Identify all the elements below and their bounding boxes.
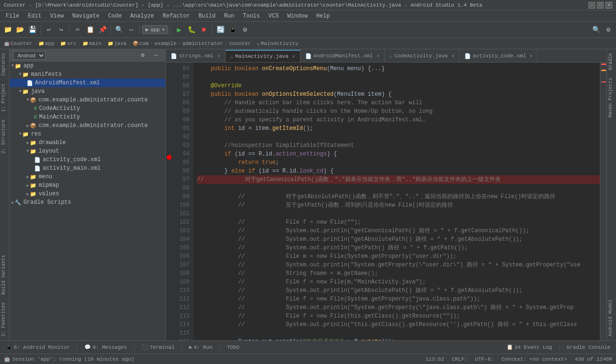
- tree-gradle-scripts[interactable]: ▶ 🔧 Gradle Scripts: [9, 198, 165, 207]
- tab-activity-code-xml-close[interactable]: ✕: [530, 53, 533, 59]
- menu-vcs[interactable]: VCS: [265, 12, 283, 20]
- menu-run[interactable]: Run: [220, 12, 238, 20]
- breadcrumb-src[interactable]: src: [67, 41, 76, 46]
- breadcrumb-counter[interactable]: Counter: [10, 41, 32, 46]
- toolbar-undo[interactable]: ↩: [43, 24, 54, 36]
- tab-codeactivity-close[interactable]: ✕: [452, 53, 454, 59]
- minimize-button[interactable]: ─: [589, 2, 595, 9]
- tree-activity-code[interactable]: 📄 activity_code.xml: [9, 155, 165, 164]
- menu-view[interactable]: View: [46, 12, 68, 20]
- tab-androidmanifest[interactable]: 📄 AndroidManifest.xml ✕: [300, 50, 385, 62]
- toolbar-debug[interactable]: 🐛: [186, 24, 197, 36]
- activity-code-xml-icon: 📄: [464, 53, 471, 59]
- tree-package-1[interactable]: ▼ 📦 com.example.administrator.counte: [9, 96, 165, 104]
- terminal-btn[interactable]: ⬛ Terminal: [140, 343, 177, 351]
- app-dropdown[interactable]: ▶ app ▾: [142, 25, 168, 34]
- tree-menu[interactable]: ▶ 📁 menu: [9, 173, 165, 181]
- tree-layout[interactable]: ▼ 📁 layout: [9, 147, 165, 155]
- menu-navigate[interactable]: Navigate: [68, 12, 103, 20]
- breadcrumb-mainactivity[interactable]: MainActivity: [261, 41, 298, 46]
- project-panel-tab[interactable]: 1: Project: [0, 80, 9, 116]
- event-log-btn[interactable]: 📋 34 Event Log: [505, 343, 554, 351]
- toolbar-avd[interactable]: 📱: [227, 24, 238, 36]
- menu-window[interactable]: Window: [283, 12, 311, 20]
- gradle-console-btn[interactable]: Gradle Console: [565, 344, 612, 351]
- breadcrumb-administrator[interactable]: administrator: [182, 41, 223, 46]
- tree-package-2[interactable]: ▶ 📦 com.example.administrator.counte: [9, 121, 165, 130]
- tree-androidmanifest[interactable]: 📄 AndroidManifest.xml: [9, 79, 165, 87]
- menu-refactor[interactable]: Refactor: [159, 12, 194, 20]
- android-monitor-btn[interactable]: 📱 6: Android Monitor: [4, 343, 72, 351]
- structure-panel-tab[interactable]: 2: Structure: [0, 116, 9, 157]
- maven-projects-tab[interactable]: Maven Projects: [607, 74, 616, 121]
- panel-settings-icon[interactable]: ⚙: [137, 50, 148, 61]
- menu-tools[interactable]: Tools: [239, 12, 264, 20]
- tree-activity-main[interactable]: 📄 activity_main.xml: [9, 164, 165, 173]
- captures-panel[interactable]: Captures: [0, 49, 9, 80]
- breadcrumb-main[interactable]: main: [89, 41, 101, 46]
- messages-btn[interactable]: 💬 0: Messages: [82, 343, 129, 351]
- tree-app[interactable]: ▼ 📁 app: [9, 62, 165, 70]
- maximize-button[interactable]: □: [597, 2, 604, 9]
- breakpoint-indicator[interactable]: [167, 155, 172, 160]
- close-button[interactable]: ✕: [606, 2, 612, 9]
- favorites-tab[interactable]: 2: Favorites: [0, 299, 9, 340]
- toolbar-sdk[interactable]: ⚙: [239, 24, 251, 36]
- project-panel: Android Project ⚙ ─ ▼ 📁 app ▼ 📁 manifest: [9, 49, 166, 340]
- toolbar-copy[interactable]: 📋: [84, 24, 96, 36]
- toolbar-cut[interactable]: ✂: [72, 24, 83, 36]
- breadcrumb-src-icon: 📁: [60, 41, 66, 46]
- toolbar-new[interactable]: 📁: [2, 24, 13, 36]
- menu-analyze[interactable]: Analyze: [127, 12, 158, 20]
- tree-manifests[interactable]: ▼ 📁 manifests: [9, 70, 165, 79]
- build-variants-tab[interactable]: Build Variants: [0, 251, 9, 299]
- tab-activity-code-xml[interactable]: 📄 activity_code.xml ✕: [460, 50, 538, 62]
- code-content[interactable]: public boolean onCreateOptionsMenu(Menu …: [193, 63, 600, 340]
- run-btn[interactable]: ▶ 4: Run: [187, 343, 214, 351]
- tree-mipmap[interactable]: ▶ 📁 mipmap: [9, 181, 165, 190]
- tab-strings-xml[interactable]: 📄 strings.xml ✕: [166, 50, 226, 62]
- toolbar-find[interactable]: 🔍: [113, 24, 125, 36]
- menu-edit[interactable]: Edit: [24, 12, 45, 20]
- panel-collapse-icon[interactable]: ─: [150, 50, 162, 61]
- menu-help[interactable]: Help: [312, 12, 334, 20]
- toolbar-stop[interactable]: ■: [198, 24, 209, 36]
- todo-btn[interactable]: TODO: [225, 344, 241, 351]
- tree-drawable[interactable]: ▶ 📁 drawable: [9, 138, 165, 147]
- menu-file[interactable]: File: [2, 12, 23, 20]
- toolbar-redo[interactable]: ↪: [55, 24, 67, 36]
- tree-values[interactable]: ▶ 📁 values: [9, 190, 165, 198]
- breadcrumb-example[interactable]: example: [154, 41, 176, 46]
- toolbar-run[interactable]: ▶: [173, 24, 185, 36]
- tab-mainactivity-java[interactable]: ☕ MainActivity.java ✕: [226, 50, 300, 62]
- gradle-tab[interactable]: Gradle: [607, 49, 616, 74]
- cursor-position: 113:62: [426, 356, 444, 362]
- editor-scrollbar[interactable]: [600, 63, 607, 340]
- tab-androidmanifest-close[interactable]: ✕: [377, 53, 380, 59]
- toolbar-sync[interactable]: 🔄: [215, 24, 226, 36]
- toolbar-replace[interactable]: ↔: [126, 24, 137, 36]
- toolbar-paste[interactable]: 📌: [97, 24, 108, 36]
- status-left: 🤖 Session 'app': running (19 minutes ago…: [4, 356, 134, 362]
- menu-build[interactable]: Build: [195, 12, 219, 20]
- tree-mainactivity[interactable]: C MainActivity: [9, 113, 165, 121]
- breadcrumb-counter-pkg[interactable]: counter: [229, 41, 251, 46]
- toolbar-open[interactable]: 📂: [14, 24, 26, 36]
- tree-res[interactable]: ▼ 📁 res: [9, 130, 165, 138]
- android-model-tab[interactable]: Android Model: [607, 296, 616, 340]
- tree-java[interactable]: ▼ 📁 java: [9, 87, 165, 96]
- tree-codeactivity[interactable]: C CodeActivity: [9, 104, 165, 113]
- breadcrumb-com-icon: 📦: [133, 41, 138, 46]
- view-type-select[interactable]: Android Project: [13, 51, 45, 60]
- breadcrumb-app[interactable]: app: [45, 41, 54, 46]
- toolbar-search[interactable]: 🔍: [590, 24, 602, 36]
- tab-codeactivity[interactable]: ☕ CodeActivity.java ✕: [385, 50, 460, 62]
- menu-code[interactable]: Code: [104, 12, 126, 20]
- tab-mainactivity-close[interactable]: ✕: [292, 54, 295, 59]
- tab-strings-xml-close[interactable]: ✕: [217, 53, 220, 59]
- tab-mainactivity-label: MainActivity.java: [235, 54, 288, 59]
- breadcrumb-com[interactable]: com: [139, 41, 149, 46]
- breadcrumb-java[interactable]: java: [114, 41, 127, 46]
- toolbar-settings[interactable]: ⚙: [603, 24, 614, 36]
- toolbar-save[interactable]: 💾: [27, 24, 38, 36]
